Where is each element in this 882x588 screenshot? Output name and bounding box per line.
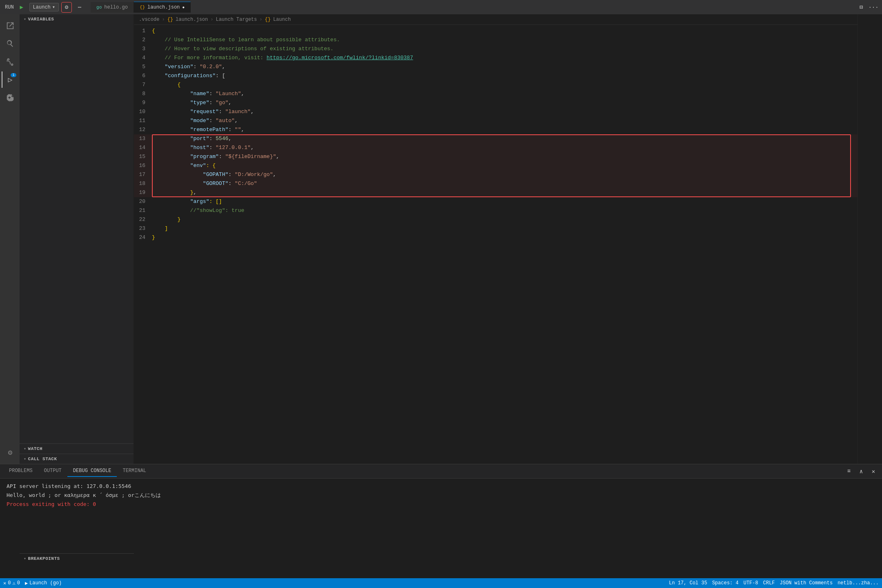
more-title-icon[interactable]: ··· (868, 2, 879, 13)
call-stack-header[interactable]: ▾ CALL STACK (20, 454, 134, 464)
status-language[interactable]: JSON with Comments (780, 580, 833, 586)
line-content-9[interactable]: "type": "go", (152, 98, 858, 107)
line-content-3[interactable]: // Hover to view descriptions of existin… (152, 45, 858, 53)
tab-output[interactable]: OUTPUT (38, 466, 67, 477)
line-content-23[interactable]: ] (152, 224, 858, 233)
line-content-16[interactable]: "env": { (152, 161, 858, 170)
activity-extensions[interactable] (2, 89, 18, 106)
settings-icon: ⚙ (8, 448, 13, 457)
line-content-14[interactable]: "host": "127.0.0.1", (152, 143, 858, 152)
line-content-18[interactable]: "GOROOT": "C:/Go" (152, 179, 858, 188)
line-content-2[interactable]: // Use IntelliSense to learn about possi… (152, 36, 858, 45)
status-position[interactable]: Ln 17, Col 35 (669, 580, 707, 586)
status-line-ending[interactable]: CRLF (763, 580, 775, 586)
activity-debug[interactable]: ▷ 1 (2, 71, 18, 88)
variables-label: VARIABLES (28, 17, 54, 22)
breadcrumb-vscode[interactable]: .vscode (139, 17, 159, 22)
line-content-20[interactable]: "args": [] (152, 197, 858, 206)
line-content-4[interactable]: // For more information, visit: https://… (152, 53, 858, 62)
line-number-8: 8 (134, 89, 152, 98)
modified-dot: ● (182, 5, 185, 10)
breadcrumb-launch-targets[interactable]: Launch Targets (216, 17, 257, 22)
variables-section-header[interactable]: ▾ VARIABLES (20, 14, 134, 24)
more-actions-icon[interactable]: ⋯ (74, 2, 85, 13)
play-button[interactable]: ▶ (16, 2, 27, 13)
line-number-7: 7 (134, 80, 152, 89)
line-number-21: 21 (134, 206, 152, 215)
title-bar-right: ⊟ ··· (856, 2, 879, 13)
code-line-8: 8 "name": "Launch", (134, 89, 858, 98)
code-editor[interactable]: 1{2 // Use IntelliSense to learn about p… (134, 25, 858, 464)
tab-problems[interactable]: PROBLEMS (3, 466, 38, 477)
status-bar: ✕ 0 ⚠ 0 ▶ Launch (go) Ln 17, Col 35 Spac… (0, 578, 882, 588)
status-encoding[interactable]: UTF-8 (744, 580, 758, 586)
watch-section-header[interactable]: ▾ WATCH (20, 444, 134, 454)
code-line-17: 17 "GOPATH": "D:/Work/go", (134, 170, 858, 179)
line-content-15[interactable]: "program": "${fileDirname}", (152, 152, 858, 161)
console-line: Hello, world ; or καλημερα κ ΄ όσμε ; or… (7, 491, 875, 500)
line-content-13[interactable]: "port": 5546, (152, 134, 858, 143)
line-number-4: 4 (134, 53, 152, 62)
tab-debug-console[interactable]: DEBUG CONSOLE (67, 466, 117, 477)
main-content: ▷ 1 ⚙ ▾ VARIABLES ▾ WATCH ▾ CALL (0, 14, 882, 464)
activity-search[interactable] (2, 36, 18, 52)
watch-label: WATCH (28, 446, 43, 451)
line-content-17[interactable]: "GOPATH": "D:/Work/go", (152, 170, 858, 179)
debug-badge: 1 (11, 73, 16, 77)
minimap (858, 14, 882, 464)
line-content-10[interactable]: "request": "launch", (152, 107, 858, 116)
code-line-19: 19 }, (134, 188, 858, 197)
line-number-16: 16 (134, 161, 152, 170)
line-content-12[interactable]: "remotePath": "", (152, 125, 858, 134)
warning-count: 0 (17, 580, 20, 586)
panel-clear-icon[interactable]: ≡ (844, 466, 854, 477)
line-number-2: 2 (134, 36, 152, 45)
breadcrumb-launch[interactable]: Launch (273, 17, 291, 22)
breadcrumb-icon3: {} (265, 17, 270, 22)
breadcrumb-sep1: › (162, 17, 165, 22)
tab-hello-go[interactable]: go hello.go (91, 2, 134, 13)
status-spaces[interactable]: Spaces: 4 (712, 580, 739, 586)
panel-maximize-icon[interactable]: ∧ (856, 466, 866, 477)
status-launch[interactable]: ▶ Launch (go) (25, 580, 62, 586)
line-number-19: 19 (134, 188, 152, 197)
tab-bar: go hello.go {} launch.json ● (91, 2, 191, 13)
panel-tab-actions: ≡ ∧ ✕ (844, 466, 879, 477)
activity-explorer[interactable] (2, 18, 18, 34)
tab-terminal[interactable]: TERMINAL (117, 466, 152, 477)
code-line-11: 11 "mode": "auto", (134, 116, 858, 125)
line-number-23: 23 (134, 224, 152, 233)
gear-icon[interactable]: ⚙ (61, 2, 72, 13)
line-content-24[interactable]: } (152, 233, 858, 242)
line-number-9: 9 (134, 98, 152, 107)
line-content-5[interactable]: "version": "0.2.0", (152, 62, 858, 71)
status-errors[interactable]: ✕ 0 ⚠ 0 (3, 580, 20, 586)
code-line-23: 23 ] (134, 224, 858, 233)
activity-bar: ▷ 1 ⚙ (0, 14, 20, 464)
status-feedback[interactable]: netlb...zha... (837, 580, 879, 586)
line-content-11[interactable]: "mode": "auto", (152, 116, 858, 125)
panel-close-icon[interactable]: ✕ (868, 466, 879, 477)
split-editor-icon[interactable]: ⊟ (856, 2, 866, 13)
activity-source-control[interactable] (2, 53, 18, 70)
code-line-5: 5 "version": "0.2.0", (134, 62, 858, 71)
line-content-8[interactable]: "name": "Launch", (152, 89, 858, 98)
code-line-16: 16 "env": { (134, 161, 858, 170)
line-content-19[interactable]: }, (152, 188, 858, 197)
line-content-6[interactable]: "configurations": [ (152, 71, 858, 80)
error-icon: ✕ (3, 580, 6, 586)
code-line-1: 1{ (134, 27, 858, 36)
activity-settings[interactable]: ⚙ (2, 444, 18, 461)
editor-area: .vscode › {} launch.json › Launch Target… (134, 14, 858, 464)
launch-dropdown[interactable]: Launch ▾ (29, 3, 59, 11)
breadcrumb-launch-json[interactable]: launch.json (176, 17, 208, 22)
launch-name: Launch (33, 4, 51, 10)
activity-bar-bottom: ⚙ (2, 444, 18, 464)
line-content-7[interactable]: { (152, 80, 858, 89)
line-content-22[interactable]: } (152, 215, 858, 224)
tab-launch-json[interactable]: {} launch.json ● (134, 2, 191, 13)
line-number-1: 1 (134, 27, 152, 36)
line-content-1[interactable]: { (152, 27, 858, 36)
tab-launch-json-label: launch.json (147, 4, 180, 10)
line-content-21[interactable]: //"showLog": true (152, 206, 858, 215)
